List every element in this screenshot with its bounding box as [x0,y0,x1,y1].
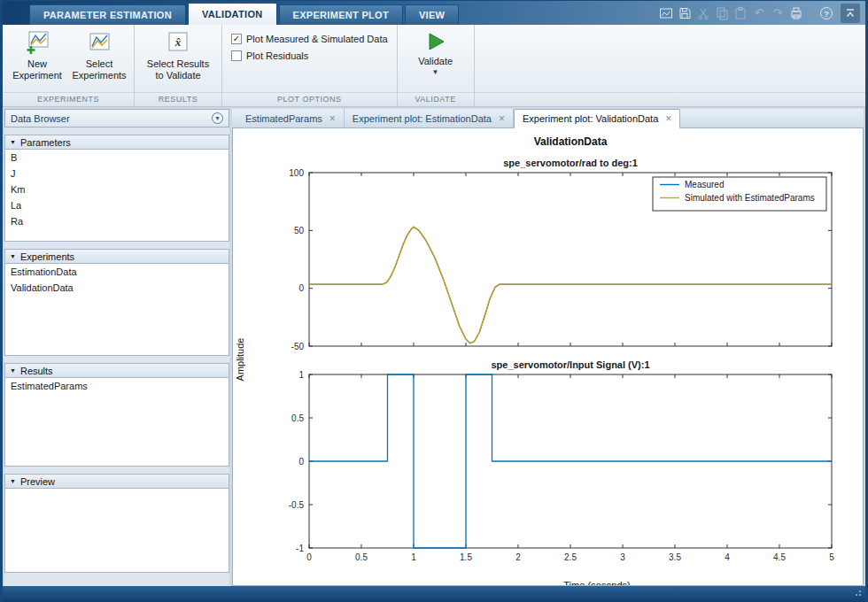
status-bar [3,586,865,602]
new-experiment-button[interactable]: New Experiment [8,28,66,84]
preview-section: ▼ Preview [4,474,229,573]
close-icon[interactable]: × [499,113,505,124]
app-window: PARAMETER ESTIMATION VALIDATION EXPERIME… [0,0,868,602]
ribbon: New Experiment Select Experiments EXPERI… [3,25,865,107]
paste-icon[interactable] [732,5,748,21]
results-section: ▼ Results EstimatedParams [4,363,229,467]
select-experiments-label: Select Experiments [72,58,127,81]
parameter-item[interactable]: Km [5,181,229,197]
svg-text:-50: -50 [291,342,305,351]
redo-icon[interactable]: ↷ [770,5,786,21]
checkbox-label: Plot Measured & Simulated Data [246,34,388,44]
validate-button[interactable]: Validate ▾ [407,28,465,79]
section-header-results[interactable]: ▼ Results [4,363,229,378]
section-header-experiments[interactable]: ▼ Experiments [4,249,229,264]
experiment-item[interactable]: ValidationData [5,280,229,296]
experiment-item[interactable]: EstimationData [5,264,229,280]
titlebar: PARAMETER ESTIMATION VALIDATION EXPERIME… [3,1,865,25]
collapse-icon: ▼ [10,253,16,259]
parameters-section: ▼ Parameters BJKmLaRa [4,135,229,242]
section-title: Results [20,366,53,376]
select-results-button[interactable]: x̂ Select Results to Validate [140,28,216,84]
ribbon-filler [475,25,865,106]
close-icon[interactable]: × [329,113,336,124]
parameters-list[interactable]: BJKmLaRa [4,150,229,242]
svg-text:1.5: 1.5 [460,552,472,562]
svg-text:0: 0 [298,283,304,293]
group-caption-validate: VALIDATE [398,92,474,106]
experiments-list[interactable]: EstimationDataValidationData [4,264,229,356]
svg-text:?: ? [824,9,829,18]
y-axis-label: Amplitude [235,338,245,382]
parameter-item[interactable]: Ra [5,213,229,229]
parameter-item[interactable]: J [5,166,229,181]
doc-tab-label: EstimatedParams [245,113,322,124]
cut-icon[interactable] [695,5,711,21]
tab-view[interactable]: VIEW [405,4,459,25]
validation-plot-panel: ValidationData Amplitude spe_servomotor/… [232,128,864,586]
document-area: EstimatedParams × Experiment plot: Estim… [232,109,864,586]
doc-tab-estimationdata-plot[interactable]: Experiment plot: EstimationData × [345,109,514,127]
new-experiment-label: New Experiment [10,58,65,81]
chevron-down-icon: ▾ [433,68,438,76]
tab-label: PARAMETER ESTIMATION [43,10,172,20]
ribbon-group-validate: Validate ▾ VALIDATE [398,25,475,106]
svg-text:2.5: 2.5 [564,552,577,562]
doc-tab-label: Experiment plot: ValidationData [523,113,658,124]
group-caption-results: RESULTS [135,92,221,106]
snapshot-icon[interactable] [658,5,674,21]
select-experiments-icon [87,31,112,57]
section-title: Preview [20,476,55,487]
svg-text:4: 4 [725,552,730,562]
svg-text:spe_servomotor/Input Signal (V: spe_servomotor/Input Signal (V):1 [491,359,649,370]
preview-box [4,489,229,573]
minimize-toolstrip-icon[interactable] [841,4,860,23]
collapse-icon: ▼ [10,139,16,145]
tab-validation[interactable]: VALIDATION [188,3,277,25]
validate-label: Validate [418,56,453,67]
rad-to-deg-chart[interactable]: spe_servomotor/rad to deg:1-50050100Meas… [260,155,844,353]
svg-text:1: 1 [298,370,304,380]
validate-play-icon [425,31,446,54]
tab-experiment-plot[interactable]: EXPERIMENT PLOT [279,4,403,25]
results-list[interactable]: EstimatedParams [4,378,229,467]
svg-text:5: 5 [829,552,834,562]
svg-text:0: 0 [306,552,312,562]
tab-parameter-estimation[interactable]: PARAMETER ESTIMATION [29,4,186,25]
help-icon[interactable]: ? [818,5,834,21]
checkbox-label: Plot Residuals [246,50,308,61]
parameter-item[interactable]: La [5,197,229,213]
panel-menu-icon[interactable]: ▾ [212,112,223,124]
panel-menu-arrow: ▾ [215,114,219,122]
svg-text:50: 50 [294,226,305,235]
tab-label: VALIDATION [202,9,263,19]
svg-text:3.5: 3.5 [669,552,681,562]
close-icon[interactable]: × [665,113,671,124]
section-header-preview[interactable]: ▼ Preview [4,474,229,489]
ribbon-group-plot-options: Plot Measured & Simulated Data Plot Resi… [222,25,398,106]
x-axis-label: Time (seconds) [336,580,858,586]
select-experiments-button[interactable]: Select Experiments [70,28,128,84]
select-results-icon: x̂ [166,31,190,57]
checkbox-icon[interactable] [231,50,242,61]
undo-icon[interactable]: ↶ [751,5,767,21]
doc-tab-validationdata-plot[interactable]: Experiment plot: ValidationData × [514,109,680,128]
input-signal-chart[interactable]: spe_servomotor/Input Signal (V):100.511.… [260,357,844,575]
print-icon[interactable] [788,5,804,21]
svg-text:Measured: Measured [685,180,724,189]
resize-grip[interactable] [853,586,862,602]
section-header-parameters[interactable]: ▼ Parameters [4,135,229,150]
svg-text:0.5: 0.5 [291,413,304,423]
plot-residuals-checkbox[interactable]: Plot Residuals [231,50,308,61]
svg-text:x̂: x̂ [174,35,182,49]
checkbox-icon[interactable] [231,34,242,44]
copy-icon[interactable] [714,5,730,21]
parameter-item[interactable]: B [5,150,229,166]
plot-measured-simulated-checkbox[interactable]: Plot Measured & Simulated Data [231,34,388,44]
save-icon[interactable] [677,5,693,21]
svg-text:100: 100 [289,168,304,178]
svg-text:spe_servomotor/rad to deg:1: spe_servomotor/rad to deg:1 [503,158,638,168]
group-caption-experiments: EXPERIMENTS [3,92,134,106]
result-item[interactable]: EstimatedParams [5,378,229,394]
doc-tab-estimatedparams[interactable]: EstimatedParams × [237,109,345,127]
